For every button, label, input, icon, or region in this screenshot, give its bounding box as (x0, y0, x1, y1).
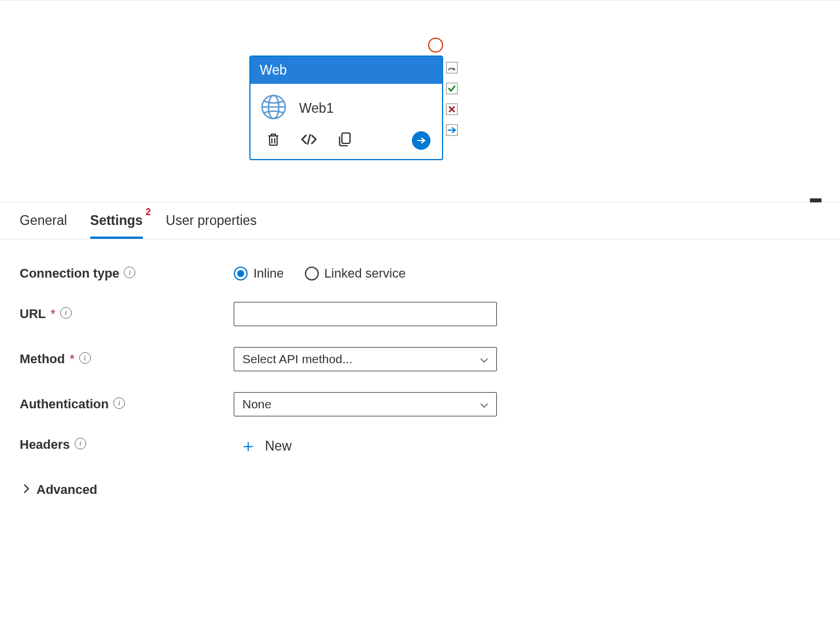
required-asterisk: * (50, 307, 56, 322)
radio-inline[interactable]: Inline (234, 266, 284, 281)
copy-icon[interactable] (338, 132, 352, 149)
pipeline-canvas[interactable]: Web Web1 (0, 0, 840, 202)
new-header-button[interactable]: ＋ New (234, 437, 292, 455)
info-icon[interactable]: i (113, 397, 125, 409)
chevron-down-icon (480, 352, 488, 366)
activity-type-label: Web (250, 57, 442, 84)
connection-type-label-text: Connection type (20, 266, 119, 281)
new-header-button-label: New (265, 438, 292, 454)
tab-user-properties[interactable]: User properties (166, 213, 257, 239)
tab-settings-badge: 2 (146, 207, 151, 217)
activity-card-web[interactable]: Web Web1 (249, 56, 443, 160)
properties-tabs: General Settings 2 User properties (0, 202, 840, 239)
method-select-value: Select API method... (242, 352, 352, 366)
skip-handle-icon[interactable] (446, 62, 458, 73)
authentication-select[interactable]: None (234, 392, 497, 416)
method-label: Method * i (20, 352, 234, 367)
plus-icon: ＋ (240, 437, 257, 455)
info-icon[interactable]: i (75, 438, 86, 449)
panel-collapse-handle[interactable] (810, 198, 821, 202)
run-arrow-icon[interactable] (412, 131, 430, 150)
authentication-label: Authentication i (20, 397, 234, 412)
code-icon[interactable] (301, 134, 317, 147)
activity-outcome-handles (446, 62, 458, 136)
url-label-text: URL (20, 307, 46, 322)
radio-linked-service-label: Linked service (325, 266, 406, 281)
svg-rect-7 (342, 133, 350, 143)
info-icon[interactable]: i (60, 307, 72, 319)
info-icon[interactable]: i (79, 352, 91, 364)
advanced-label-text: Advanced (36, 482, 97, 497)
annotation-circle (428, 38, 443, 53)
url-label: URL * i (20, 307, 234, 322)
delete-icon[interactable] (267, 132, 280, 149)
required-asterisk: * (69, 352, 75, 367)
completion-handle-icon[interactable] (446, 124, 458, 136)
tab-settings[interactable]: Settings 2 (90, 213, 143, 239)
settings-form: Connection type i Inline Linked service … (0, 239, 840, 497)
svg-rect-3 (270, 136, 277, 145)
method-label-text: Method (20, 352, 65, 367)
chevron-down-icon (480, 397, 488, 411)
headers-label-text: Headers (20, 437, 70, 452)
url-input[interactable] (234, 302, 497, 326)
radio-linked-service[interactable]: Linked service (305, 266, 406, 281)
tab-general[interactable]: General (20, 213, 67, 239)
tab-settings-label: Settings (90, 213, 143, 228)
chevron-right-icon (23, 482, 30, 497)
radio-inline-label: Inline (253, 266, 284, 281)
failure-handle-icon[interactable] (446, 104, 458, 115)
method-select[interactable]: Select API method... (234, 347, 497, 371)
advanced-section-toggle[interactable]: Advanced (23, 482, 840, 497)
authentication-label-text: Authentication (20, 397, 109, 412)
authentication-select-value: None (242, 397, 271, 411)
globe-icon (261, 94, 286, 122)
info-icon[interactable]: i (124, 267, 135, 278)
svg-line-6 (308, 135, 310, 144)
success-handle-icon[interactable] (446, 83, 458, 94)
headers-label: Headers i (20, 437, 234, 452)
connection-type-label: Connection type i (20, 266, 234, 281)
activity-name: Web1 (299, 101, 334, 116)
